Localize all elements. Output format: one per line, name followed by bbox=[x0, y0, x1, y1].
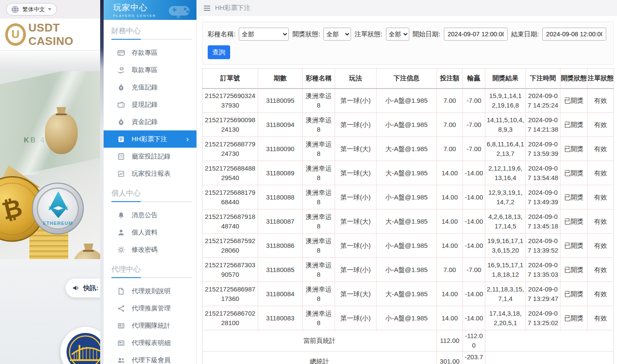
draw-status-label: 開獎狀態: bbox=[292, 30, 320, 38]
table-row: 215217256873039057031180085澳洲幸运8第一球(小)小-… bbox=[203, 258, 614, 282]
room-bet-record-icon bbox=[117, 153, 125, 160]
table-cell: 2024-09-07 13:49:39 bbox=[526, 185, 560, 209]
sidebar-item-lottery-bet[interactable]: HH彩票下注› bbox=[104, 130, 196, 148]
end-date-input[interactable] bbox=[542, 28, 606, 41]
sidebar-item-agent-promo-share[interactable]: 代理推廣管理 bbox=[104, 300, 196, 317]
player-report-icon bbox=[117, 170, 125, 177]
profile-user-icon bbox=[117, 229, 125, 236]
sidebar-section-title: 個人中心 bbox=[111, 188, 189, 198]
table-cell: 大-A盤@1.985 bbox=[377, 209, 437, 234]
column-header: 注單狀態 bbox=[588, 69, 614, 89]
sidebar-item-password-gear[interactable]: 修改密碼 bbox=[104, 241, 196, 258]
table-cell: 澳洲幸运8 bbox=[303, 89, 335, 113]
sidebar-item-label: 代理下級會員 bbox=[132, 356, 171, 364]
ethereum-coin-graphic: ETHEREUM bbox=[32, 183, 84, 234]
fade-band bbox=[0, 50, 100, 71]
sidebar-item-label: 資金記錄 bbox=[132, 118, 158, 126]
sidebar-item-label: 提現記錄 bbox=[132, 101, 158, 109]
sidebar-item-player-report[interactable]: 玩家投注報表 bbox=[104, 165, 196, 182]
table-cell: 大-A盤@1.985 bbox=[377, 282, 437, 306]
language-selector[interactable]: 繁体中文 bbox=[6, 3, 57, 16]
table-cell: 澳洲幸运8 bbox=[303, 185, 335, 209]
summary-empty bbox=[485, 351, 614, 364]
table-cell: 第一球(大) bbox=[335, 282, 377, 306]
table-row: 215217256887792473031180090澳洲幸运8第一球(大)大-… bbox=[203, 137, 614, 161]
table-cell: 第一球(大) bbox=[335, 137, 377, 161]
menu-icon[interactable] bbox=[204, 6, 210, 11]
draw-status-select[interactable]: 全部 bbox=[323, 28, 351, 41]
table-cell: 2152172568670228100 bbox=[203, 306, 258, 330]
table-cell: 15,9,1,14,12,19,16,8 bbox=[485, 89, 526, 113]
floating-service-badge[interactable] bbox=[60, 327, 100, 364]
section-divider bbox=[111, 277, 192, 278]
table-cell: 已開獎 bbox=[560, 137, 588, 161]
sidebar-item-agent-report-detail[interactable]: 代理報表明細 bbox=[104, 334, 196, 351]
table-cell: 已開獎 bbox=[560, 113, 588, 137]
agent-members-users-icon bbox=[117, 357, 125, 364]
table-cell: 17,14,3,18,2,20,5,1 bbox=[485, 306, 526, 330]
bet-records-table: 訂單號期數彩種名稱玩法下注信息投注額輸贏開獎結果下注時間開獎狀態注單狀態 215… bbox=[202, 68, 614, 364]
start-date-input[interactable] bbox=[444, 28, 508, 41]
lottery-name-select[interactable]: 全部 bbox=[239, 28, 289, 41]
column-header: 輸贏 bbox=[463, 69, 485, 89]
table-cell: 澳洲幸运8 bbox=[303, 282, 335, 306]
column-header: 訂單號 bbox=[203, 69, 258, 89]
sidebar-item-label: HH彩票下注 bbox=[132, 135, 167, 143]
table-cell: 6,8,11,16,4,12,13,7 bbox=[485, 137, 526, 161]
ethereum-label: ETHEREUM bbox=[33, 221, 83, 226]
table-cell: 2152172568791848740 bbox=[203, 209, 258, 234]
table-cell: 7.00 bbox=[437, 89, 463, 113]
table-cell: 31180089 bbox=[258, 161, 303, 185]
table-row: 215217256903243793031180095澳洲幸运8第一球(小)小-… bbox=[203, 89, 614, 113]
sidebar-item-deposit-card[interactable]: 存款專區 bbox=[104, 44, 196, 61]
lottery-bet-icon bbox=[117, 136, 125, 143]
ticker-label: 快訊: bbox=[83, 284, 98, 292]
table-cell: 31180083 bbox=[258, 306, 303, 330]
table-cell: 大-A盤@1.985 bbox=[377, 161, 437, 185]
sidebar-item-label: 廳室投註記錄 bbox=[132, 152, 171, 161]
table-cell: 2024-09-07 13:25:02 bbox=[526, 306, 560, 330]
table-cell: 已開獎 bbox=[560, 209, 588, 234]
table-cell: -14.00 bbox=[463, 306, 485, 330]
table-cell: 7.00 bbox=[437, 137, 463, 161]
summary-label: 總統計 bbox=[203, 351, 437, 364]
sidebar-item-profile-user[interactable]: 個人資料 bbox=[104, 224, 196, 241]
sidebar-item-agent-team-stats[interactable]: 代理團隊統計 bbox=[104, 317, 196, 334]
table-cell: 已開獎 bbox=[560, 258, 588, 282]
table-cell: 2,11,18,3,15,7,1,4 bbox=[485, 282, 526, 306]
sidebar-item-agent-rules-doc[interactable]: 代理規則說明 bbox=[104, 282, 196, 300]
table-cell: 2152172568698717360 bbox=[203, 282, 258, 306]
sidebar-item-room-bet-record[interactable]: 廳室投註記錄 bbox=[104, 148, 196, 165]
table-cell: 2152172569032437930 bbox=[203, 89, 258, 113]
sidebar-section: 財務中心存款專區取款專區充值記錄提現記錄資金記錄HH彩票下注›廳室投註記錄玩家投… bbox=[104, 26, 196, 182]
table-cell: 澳洲幸运8 bbox=[303, 209, 335, 234]
sidebar-item-withdraw-wallet[interactable]: 提現記錄 bbox=[104, 96, 196, 113]
summary-label: 當前頁統計 bbox=[203, 330, 437, 351]
table-cell: 12,9,3,19,1,14,7,2 bbox=[485, 185, 526, 209]
table-cell: 已開獎 bbox=[560, 89, 588, 113]
table-row: 215217256881796844031180088澳洲幸运8第一球(小)小-… bbox=[203, 185, 614, 209]
query-button[interactable]: 查詢 bbox=[208, 45, 230, 59]
sidebar-item-agent-members-users[interactable]: 代理下級會員 bbox=[104, 351, 196, 364]
table-cell: 小-A盤@1.985 bbox=[377, 258, 437, 282]
table-cell: -14.00 bbox=[463, 161, 485, 185]
table-cell: 14.00 bbox=[437, 161, 463, 185]
recharge-bag-icon bbox=[117, 84, 125, 91]
table-cell: 已開獎 bbox=[560, 306, 588, 330]
table-cell: 2152172568817968440 bbox=[203, 185, 258, 209]
column-header: 投注額 bbox=[437, 69, 463, 89]
main-content: HH彩票下注 彩種名稱: 全部 開獎狀態: 全部 注單狀態: 全部 開始日期: … bbox=[197, 0, 617, 364]
table-row: 215217256867022810031180083澳洲幸运8第一球(小)小-… bbox=[203, 306, 614, 330]
sidebar-item-withdraw-hand[interactable]: 取款專區 bbox=[104, 61, 196, 79]
sidebar-section: 個人中心消息公告個人資料修改密碼 bbox=[104, 188, 196, 258]
table-cell: 有效 bbox=[588, 306, 614, 330]
sidebar-item-announcement-bell[interactable]: 消息公告 bbox=[104, 206, 196, 224]
sidebar-item-label: 玩家投注報表 bbox=[132, 170, 171, 178]
sidebar-item-recharge-bag[interactable]: 充值記錄 bbox=[104, 79, 196, 96]
table-cell: 已開獎 bbox=[560, 234, 588, 258]
sidebar-item-funds-bag[interactable]: 資金記錄 bbox=[104, 113, 196, 130]
order-status-select[interactable]: 全部 bbox=[386, 28, 409, 41]
main-topbar: HH彩票下注 bbox=[197, 0, 617, 16]
sidebar-item-label: 代理報表明細 bbox=[132, 339, 171, 347]
money-bag-graphic bbox=[73, 249, 100, 259]
